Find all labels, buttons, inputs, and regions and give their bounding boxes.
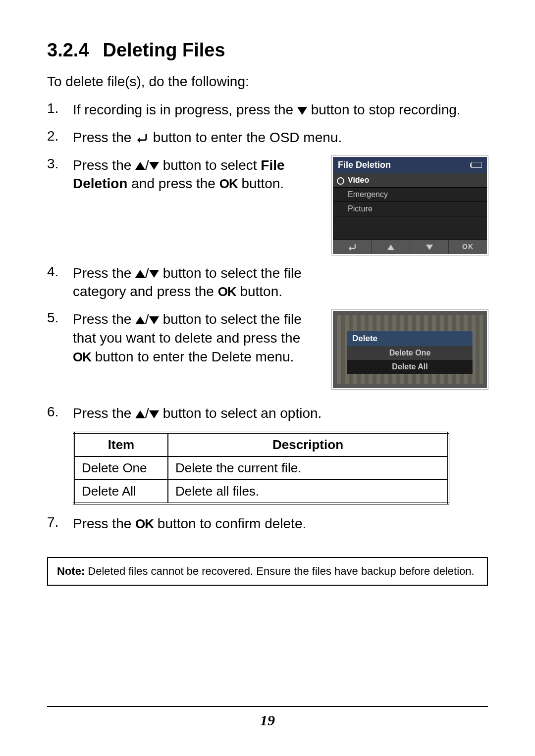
ok-label-icon: OK [73, 350, 91, 364]
ok-label-icon: OK [135, 516, 154, 531]
heading-title: Deleting Files [103, 40, 225, 61]
table-row: Delete One Delete the current file. [74, 456, 448, 480]
step-number: 4. [47, 264, 73, 302]
osd-button-row: OK [333, 240, 487, 254]
osd-item-emergency: Emergency [333, 188, 487, 202]
heading-number: 3.2.4 [47, 40, 89, 61]
battery-icon [471, 162, 482, 168]
osd-item-picture: Picture [333, 202, 487, 216]
osd-ok-button: OK [449, 240, 487, 254]
step-text: Press the / button to select the file ca… [73, 264, 311, 302]
up-arrow-icon [135, 270, 145, 278]
table-header-item: Item [74, 433, 168, 456]
ok-label-icon: OK [219, 176, 238, 191]
step-text: Press the / button to select the file th… [73, 310, 320, 366]
return-icon [135, 130, 149, 145]
step-text: Press the OK button to confirm delete. [73, 514, 488, 533]
down-arrow-icon [149, 270, 159, 278]
step-number: 5. [47, 310, 73, 366]
delete-option-one: Delete One [347, 346, 473, 360]
table-row: Delete All Delete all files. [74, 480, 448, 504]
osd-item-video: Video [333, 173, 487, 188]
up-arrow-icon [135, 316, 145, 324]
note-text: Deleted files cannot be recovered. Ensur… [85, 565, 474, 577]
osd-delete-panel: Delete Delete One Delete All [332, 310, 488, 389]
osd-up-button [372, 240, 410, 254]
note-box: Note: Deleted files cannot be recovered.… [47, 557, 488, 586]
delete-option-all: Delete All [347, 360, 473, 374]
osd-return-button [333, 240, 372, 254]
ok-label-icon: OK [218, 284, 236, 299]
step-number: 3. [47, 156, 73, 194]
page-number: 19 [47, 706, 488, 729]
table-header-desc: Description [168, 433, 448, 456]
step-text: Press the / button to select an option. [73, 404, 488, 423]
steps-list: 1. If recording is in progress, press th… [47, 101, 488, 423]
down-arrow-icon [149, 410, 159, 418]
options-table: Item Description Delete One Delete the c… [73, 432, 449, 504]
step-text: Press the button to enter the OSD menu. [73, 128, 488, 147]
osd-down-button [410, 240, 449, 254]
intro-text: To delete file(s), do the following: [47, 74, 488, 90]
up-arrow-icon [135, 162, 145, 170]
delete-menu-title: Delete [347, 331, 473, 346]
osd-file-deletion-panel: File Deletion Video Emergency Picture OK [332, 156, 488, 255]
down-arrow-icon [149, 316, 159, 324]
step-text: Press the / button to select File Deleti… [73, 156, 320, 194]
step-number: 6. [47, 404, 73, 423]
section-heading: 3.2.4 Deleting Files [47, 40, 488, 61]
steps-list-cont: 7. Press the OK button to confirm delete… [47, 514, 488, 533]
note-label: Note: [57, 565, 85, 577]
step-text: If recording is in progress, press the b… [73, 101, 488, 119]
osd-title: File Deletion [338, 160, 391, 170]
step-number: 7. [47, 514, 73, 533]
up-arrow-icon [135, 410, 145, 418]
step-number: 1. [47, 101, 73, 119]
step-number: 2. [47, 128, 73, 147]
down-arrow-icon [297, 107, 307, 115]
down-arrow-icon [149, 162, 159, 170]
